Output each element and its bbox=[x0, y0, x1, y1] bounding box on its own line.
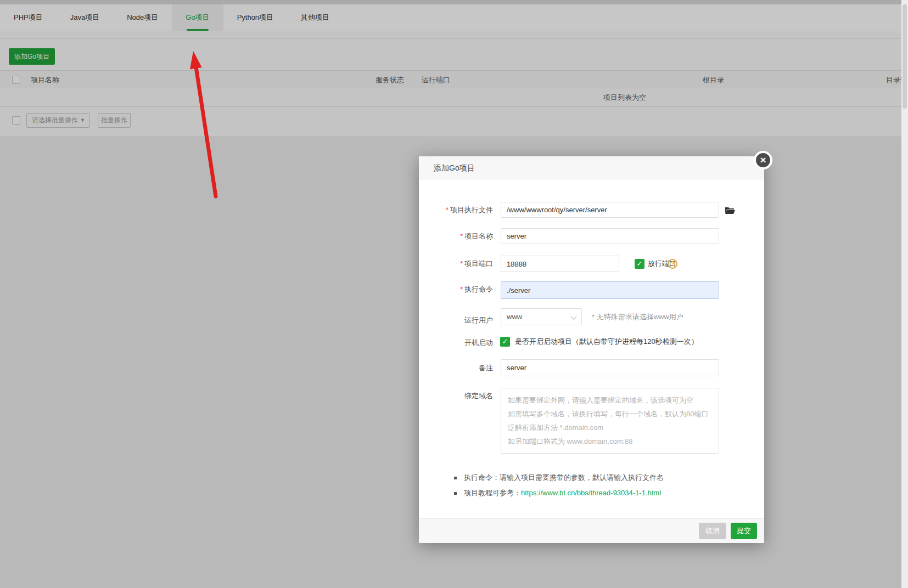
required-mark: * bbox=[460, 285, 463, 293]
autostart-label: 开机启动 bbox=[419, 338, 493, 348]
port-label: *项目端口 bbox=[419, 259, 493, 269]
add-go-project-dialog: 添加Go项目 × *项目执行文件 *项目名称 *项目端口 ✓ 放行端口 ? *执… bbox=[419, 156, 764, 543]
chevron-down-icon bbox=[570, 313, 576, 319]
note-tutorial: 项目教程可参考：https://www.bt.cn/bbs/thread-930… bbox=[454, 485, 664, 501]
domain-placeholder-line: 如需填写多个域名，请换行填写，每行一个域名，默认为80端口 bbox=[508, 407, 712, 421]
project-name-label: *项目名称 bbox=[419, 231, 493, 241]
run-user-hint: * 无特殊需求请选择www用户 bbox=[592, 308, 683, 325]
note-command: 执行命令：请输入项目需要携带的参数，默认请输入执行文件名 bbox=[454, 470, 664, 485]
dialog-notes: 执行命令：请输入项目需要携带的参数，默认请输入执行文件名 项目教程可参考：htt… bbox=[454, 470, 664, 501]
dialog-footer: 取消 提交 bbox=[419, 518, 764, 543]
autostart-text: 是否开启启动项目（默认自带守护进程每120秒检测一次） bbox=[515, 337, 698, 347]
bind-domain-label: 绑定域名 bbox=[419, 391, 493, 401]
run-user-select[interactable]: www bbox=[501, 308, 582, 325]
folder-open-icon[interactable] bbox=[725, 206, 736, 215]
dialog-header: 添加Go项目 bbox=[419, 156, 764, 179]
run-user-value: www bbox=[507, 313, 522, 321]
domain-placeholder-line: 如另加端口格式为 www.domain.com:88 bbox=[508, 434, 712, 448]
exec-file-input[interactable] bbox=[501, 202, 719, 218]
port-input[interactable] bbox=[501, 256, 619, 272]
remark-input[interactable] bbox=[501, 359, 719, 376]
command-label: *执行命令 bbox=[419, 285, 493, 295]
domain-placeholder-line: 如果需要绑定外网，请输入需要绑定的域名，该选项可为空 bbox=[508, 393, 712, 407]
required-mark: * bbox=[446, 206, 449, 214]
dialog-title: 添加Go项目 bbox=[434, 156, 475, 179]
required-mark: * bbox=[460, 259, 463, 268]
bullet-icon bbox=[454, 477, 457, 479]
vertical-scrollbar bbox=[901, 0, 908, 588]
remark-label: 备注 bbox=[419, 363, 493, 373]
project-name-input[interactable] bbox=[501, 228, 719, 244]
submit-button[interactable]: 提交 bbox=[731, 523, 757, 539]
close-icon[interactable]: × bbox=[754, 151, 772, 169]
bind-domain-textarea[interactable]: 如果需要绑定外网，请输入需要绑定的域名，该选项可为空 如需填写多个域名，请换行填… bbox=[501, 388, 719, 454]
domain-placeholder-line: 泛解析添加方法 *.domain.com bbox=[508, 421, 712, 434]
tutorial-link[interactable]: https://www.bt.cn/bbs/thread-93034-1-1.h… bbox=[521, 489, 661, 497]
command-input[interactable] bbox=[501, 281, 719, 299]
exec-file-label: *项目执行文件 bbox=[419, 202, 493, 218]
bullet-icon bbox=[454, 492, 457, 495]
autostart-checkbox[interactable]: ✓ bbox=[500, 337, 510, 347]
run-user-label: 运行用户 bbox=[419, 312, 493, 329]
scrollbar-thumb[interactable] bbox=[903, 4, 907, 109]
cancel-button[interactable]: 取消 bbox=[699, 523, 726, 539]
red-arrow-annotation bbox=[184, 43, 228, 205]
release-port-checkbox[interactable]: ✓ bbox=[635, 259, 644, 269]
help-icon[interactable]: ? bbox=[668, 259, 677, 269]
required-mark: * bbox=[460, 232, 463, 240]
